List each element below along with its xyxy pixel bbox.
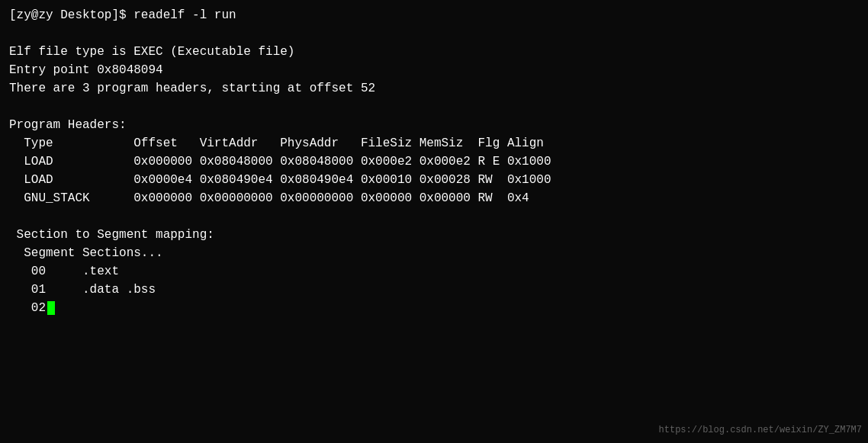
segment-00: 00 .text bbox=[9, 262, 859, 281]
segment-02-line: 02 bbox=[9, 299, 859, 317]
segment-sections-header: Segment Sections... bbox=[9, 244, 859, 262]
blank-line-3 bbox=[9, 207, 859, 226]
elf-type-line: Elf file type is EXEC (Executable file) bbox=[9, 43, 859, 61]
watermark-text: https://blog.csdn.net/weixin/ZY_ZM7M7 bbox=[659, 423, 862, 437]
table-header-line: Type Offset VirtAddr PhysAddr FileSiz Me… bbox=[9, 134, 859, 152]
terminal-window: [zy@zy Desktop]$ readelf -l run Elf file… bbox=[0, 0, 868, 443]
gnu-stack-row: GNU_STACK 0x000000 0x00000000 0x00000000… bbox=[9, 189, 859, 207]
segment-01: 01 .data .bss bbox=[9, 281, 859, 299]
load-row-2: LOAD 0x0000e4 0x080490e4 0x080490e4 0x00… bbox=[9, 171, 859, 189]
program-headers-count-line: There are 3 program headers, starting at… bbox=[9, 79, 859, 98]
segment-02: 02 bbox=[9, 299, 46, 317]
program-headers-title: Program Headers: bbox=[9, 116, 859, 134]
command-prompt: [zy@zy Desktop]$ readelf -l run bbox=[9, 6, 859, 24]
load-row-1: LOAD 0x000000 0x08048000 0x08048000 0x00… bbox=[9, 152, 859, 171]
section-segment-title: Section to Segment mapping: bbox=[9, 226, 859, 244]
entry-point-line: Entry point 0x8048094 bbox=[9, 61, 859, 79]
blank-line-2 bbox=[9, 98, 859, 116]
blank-line-1 bbox=[9, 24, 859, 43]
terminal-cursor bbox=[47, 301, 55, 315]
